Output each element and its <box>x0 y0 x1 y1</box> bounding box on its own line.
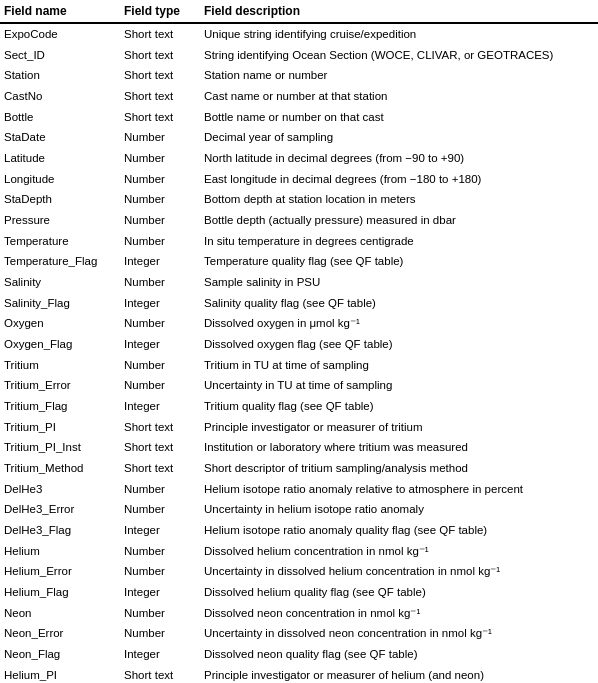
table-row: Sect_IDShort textString identifying Ocea… <box>0 45 598 66</box>
field-desc-cell: Dissolved helium concentration in nmol k… <box>200 541 598 562</box>
field-name-cell: Bottle <box>0 107 120 128</box>
field-desc-cell: String identifying Ocean Section (WOCE, … <box>200 45 598 66</box>
table-row: Helium_PIShort textPrinciple investigato… <box>0 665 598 683</box>
field-desc-cell: Institution or laboratory where tritium … <box>200 437 598 458</box>
table-row: PressureNumberBottle depth (actually pre… <box>0 210 598 231</box>
table-row: StationShort textStation name or number <box>0 65 598 86</box>
field-desc-cell: Dissolved oxygen in μmol kg⁻¹ <box>200 313 598 334</box>
field-name-cell: StaDate <box>0 127 120 148</box>
field-name-cell: Temperature_Flag <box>0 251 120 272</box>
field-desc-cell: Temperature quality flag (see QF table) <box>200 251 598 272</box>
field-name-cell: Tritium_Error <box>0 375 120 396</box>
field-name-cell: Sect_ID <box>0 45 120 66</box>
field-desc-cell: Sample salinity in PSU <box>200 272 598 293</box>
table-row: BottleShort textBottle name or number on… <box>0 107 598 128</box>
table-row: TemperatureNumberIn situ temperature in … <box>0 231 598 252</box>
table-row: TritiumNumberTritium in TU at time of sa… <box>0 355 598 376</box>
field-desc-cell: Uncertainty in dissolved helium concentr… <box>200 561 598 582</box>
field-type-cell: Number <box>120 623 200 644</box>
field-type-cell: Short text <box>120 417 200 438</box>
field-desc-cell: Uncertainty in helium isotope ratio anom… <box>200 499 598 520</box>
field-type-cell: Number <box>120 169 200 190</box>
field-type-cell: Number <box>120 541 200 562</box>
table-row: Helium_FlagIntegerDissolved helium quali… <box>0 582 598 603</box>
table-row: Temperature_FlagIntegerTemperature quali… <box>0 251 598 272</box>
field-desc-cell: Dissolved helium quality flag (see QF ta… <box>200 582 598 603</box>
field-name-cell: Salinity <box>0 272 120 293</box>
field-type-cell: Number <box>120 375 200 396</box>
table-row: CastNoShort textCast name or number at t… <box>0 86 598 107</box>
field-name-cell: Oxygen_Flag <box>0 334 120 355</box>
field-name-cell: Temperature <box>0 231 120 252</box>
field-name-cell: Tritium <box>0 355 120 376</box>
field-desc-cell: Dissolved oxygen flag (see QF table) <box>200 334 598 355</box>
field-type-cell: Number <box>120 499 200 520</box>
field-name-cell: Station <box>0 65 120 86</box>
field-desc-cell: Principle investigator or measurer of tr… <box>200 417 598 438</box>
field-name-cell: StaDepth <box>0 189 120 210</box>
field-name-cell: Tritium_Flag <box>0 396 120 417</box>
table-row: Tritium_PIShort textPrinciple investigat… <box>0 417 598 438</box>
table-row: LongitudeNumberEast longitude in decimal… <box>0 169 598 190</box>
table-row: SalinityNumberSample salinity in PSU <box>0 272 598 293</box>
field-name-cell: ExpoCode <box>0 23 120 45</box>
table-row: NeonNumberDissolved neon concentration i… <box>0 603 598 624</box>
field-desc-cell: North latitude in decimal degrees (from … <box>200 148 598 169</box>
field-name-cell: Neon_Error <box>0 623 120 644</box>
field-type-cell: Integer <box>120 520 200 541</box>
field-type-cell: Number <box>120 355 200 376</box>
field-desc-cell: Tritium in TU at time of sampling <box>200 355 598 376</box>
table-row: Salinity_FlagIntegerSalinity quality fla… <box>0 293 598 314</box>
field-type-cell: Short text <box>120 107 200 128</box>
table-row: Helium_ErrorNumberUncertainty in dissolv… <box>0 561 598 582</box>
field-desc-cell: Dissolved neon concentration in nmol kg⁻… <box>200 603 598 624</box>
field-type-cell: Number <box>120 210 200 231</box>
field-type-cell: Number <box>120 231 200 252</box>
table-row: DelHe3_FlagIntegerHelium isotope ratio a… <box>0 520 598 541</box>
field-type-cell: Integer <box>120 582 200 603</box>
field-name-cell: Helium_Error <box>0 561 120 582</box>
header-field-name: Field name <box>0 0 120 23</box>
table-row: Oxygen_FlagIntegerDissolved oxygen flag … <box>0 334 598 355</box>
field-type-cell: Integer <box>120 644 200 665</box>
header-field-type: Field type <box>120 0 200 23</box>
table-row: Tritium_MethodShort textShort descriptor… <box>0 458 598 479</box>
field-type-cell: Number <box>120 189 200 210</box>
field-desc-cell: Bottle depth (actually pressure) measure… <box>200 210 598 231</box>
table-row: StaDepthNumberBottom depth at station lo… <box>0 189 598 210</box>
field-type-cell: Short text <box>120 65 200 86</box>
field-desc-cell: Helium isotope ratio anomaly quality fla… <box>200 520 598 541</box>
field-type-cell: Number <box>120 127 200 148</box>
table-row: StaDateNumberDecimal year of sampling <box>0 127 598 148</box>
field-type-cell: Integer <box>120 396 200 417</box>
field-name-cell: Latitude <box>0 148 120 169</box>
field-desc-cell: Cast name or number at that station <box>200 86 598 107</box>
field-name-cell: Salinity_Flag <box>0 293 120 314</box>
field-desc-cell: Short descriptor of tritium sampling/ana… <box>200 458 598 479</box>
field-type-cell: Integer <box>120 334 200 355</box>
field-name-cell: Tritium_Method <box>0 458 120 479</box>
field-desc-cell: Bottle name or number on that cast <box>200 107 598 128</box>
field-name-cell: Neon <box>0 603 120 624</box>
field-name-cell: Longitude <box>0 169 120 190</box>
field-name-cell: DelHe3_Error <box>0 499 120 520</box>
field-name-cell: Helium_Flag <box>0 582 120 603</box>
field-type-cell: Number <box>120 313 200 334</box>
field-desc-cell: Uncertainty in dissolved neon concentrat… <box>200 623 598 644</box>
field-name-cell: Neon_Flag <box>0 644 120 665</box>
field-type-cell: Short text <box>120 86 200 107</box>
table-row: Tritium_ErrorNumberUncertainty in TU at … <box>0 375 598 396</box>
table-row: Neon_ErrorNumberUncertainty in dissolved… <box>0 623 598 644</box>
field-type-cell: Number <box>120 148 200 169</box>
field-type-cell: Short text <box>120 45 200 66</box>
field-type-cell: Integer <box>120 251 200 272</box>
table-row: LatitudeNumberNorth latitude in decimal … <box>0 148 598 169</box>
table-row: DelHe3_ErrorNumberUncertainty in helium … <box>0 499 598 520</box>
field-name-cell: Tritium_PI <box>0 417 120 438</box>
field-name-cell: CastNo <box>0 86 120 107</box>
field-name-cell: DelHe3 <box>0 479 120 500</box>
field-desc-cell: Uncertainty in TU at time of sampling <box>200 375 598 396</box>
field-name-cell: Oxygen <box>0 313 120 334</box>
header-field-desc: Field description <box>200 0 598 23</box>
field-type-cell: Integer <box>120 293 200 314</box>
